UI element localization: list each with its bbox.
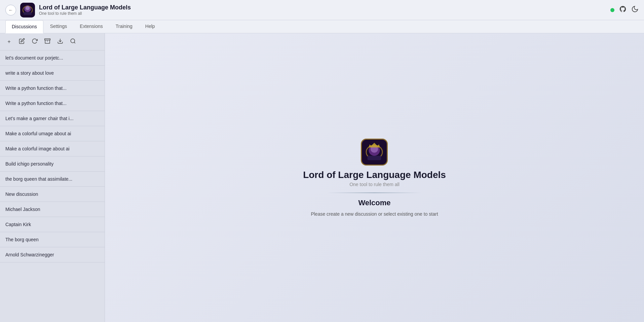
svg-point-3 [26,6,30,10]
main-welcome-area: Lord of Large Language Models One tool t… [105,33,644,322]
main-content: + [0,33,644,322]
status-indicator [610,8,614,12]
list-item[interactable]: write a story about love [0,66,105,81]
welcome-logo [361,139,388,166]
app-title: Lord of Large Language Models [39,4,131,11]
list-item[interactable]: Write a python function that... [0,81,105,96]
svg-rect-4 [24,12,32,15]
list-item[interactable]: let's document our porjetc... [0,50,105,66]
list-item[interactable]: Make a colorful umage about ai [0,126,105,141]
app-subtitle: One tool to rule them all [39,11,131,16]
list-item[interactable]: Let's make a gamer chair that i... [0,111,105,126]
tab-discussions[interactable]: Discussions [5,20,43,33]
welcome-app-subtitle: One tool to rule them all [349,182,400,187]
list-item[interactable]: The borg queen [0,232,105,247]
refresh-icon [32,38,38,45]
sidebar-toolbar: + [0,33,105,50]
welcome-divider [327,192,421,193]
svg-line-9 [74,42,75,43]
list-item[interactable]: Make a colorful image about ai [0,141,105,156]
tab-extensions[interactable]: Extensions [74,20,109,33]
plus-icon: + [7,39,10,45]
discussion-list: let's document our porjetc... write a st… [0,50,105,322]
svg-rect-14 [368,156,381,160]
search-icon [70,38,76,45]
tab-settings[interactable]: Settings [44,20,73,33]
list-item[interactable]: Write a python function that... [0,96,105,111]
theme-toggle-icon[interactable] [631,5,639,14]
list-item[interactable]: Arnold Schwarzinegger [0,247,105,262]
edit-icon [19,38,25,45]
svg-point-8 [71,39,75,43]
header-title-group: Lord of Large Language Models One tool t… [39,4,131,16]
github-icon[interactable] [619,5,627,14]
app-logo [20,3,35,17]
header-actions [610,5,639,14]
welcome-heading: Welcome [358,199,390,207]
back-icon: ← [8,7,13,13]
list-item[interactable]: Captain Kirk [0,217,105,232]
svg-rect-5 [45,39,50,40]
list-item[interactable]: Michael Jackson [0,202,105,217]
welcome-description: Please create a new discussion or select… [311,211,438,217]
app-header: ← Lord of Large Language Models One tool… [0,0,644,20]
logo-svg [20,3,35,17]
archive-button[interactable] [42,37,52,47]
back-button[interactable]: ← [5,5,16,15]
search-button[interactable] [68,37,78,47]
archive-icon [44,38,50,45]
welcome-logo-svg [362,139,387,166]
welcome-card: Lord of Large Language Models One tool t… [303,139,446,217]
list-item[interactable]: New discussion [0,187,105,202]
tab-training[interactable]: Training [110,20,139,33]
welcome-app-title: Lord of Large Language Models [303,170,446,180]
sidebar: + [0,33,105,322]
download-icon [57,38,63,45]
download-button[interactable] [55,37,65,47]
refresh-button[interactable] [30,37,40,47]
list-item[interactable]: Build ichigo personality [0,156,105,172]
tab-help[interactable]: Help [139,20,161,33]
edit-button[interactable] [17,37,27,47]
list-item[interactable]: the borg queen that assimilate... [0,172,105,187]
new-discussion-button[interactable]: + [4,37,14,47]
nav-tabs: Discussions Settings Extensions Training… [0,20,644,33]
